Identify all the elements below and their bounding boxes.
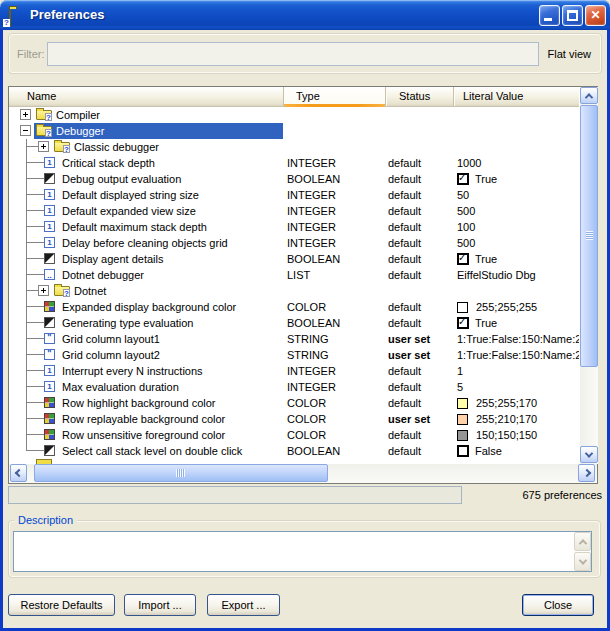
value-checkbox[interactable]: ✓ bbox=[457, 253, 469, 265]
table-row[interactable]: Max evaluation durationINTEGERdefault5 bbox=[9, 379, 579, 395]
status-cell: default bbox=[385, 203, 453, 219]
status-cell bbox=[385, 107, 453, 123]
minimize-button[interactable] bbox=[539, 5, 560, 26]
import-button[interactable]: Import ... bbox=[124, 594, 196, 616]
window-folder-icon: ? bbox=[9, 9, 11, 27]
literal-value-cell: 255;255;255 bbox=[453, 299, 579, 315]
column-header-status[interactable]: Status bbox=[385, 87, 453, 106]
type-cell bbox=[283, 283, 385, 299]
column-header-literal-value[interactable]: Literal Value bbox=[453, 87, 579, 106]
table-row[interactable]: Delay before cleaning objects gridINTEGE… bbox=[9, 235, 579, 251]
filter-input[interactable] bbox=[47, 42, 539, 66]
table-row[interactable]: Row highlight background colorCOLORdefau… bbox=[9, 395, 579, 411]
table-row[interactable]: ?Debugger bbox=[9, 123, 579, 139]
table-row[interactable]: Grid column layout1STRINGuser set1:True:… bbox=[9, 331, 579, 347]
tree-line bbox=[26, 210, 44, 211]
status-cell: default bbox=[385, 171, 453, 187]
horizontal-scrollbar-thumb[interactable] bbox=[34, 464, 328, 482]
table-row[interactable]: Default displayed string sizeINTEGERdefa… bbox=[9, 187, 579, 203]
row-name-label: Row highlight background color bbox=[62, 395, 215, 411]
table-row[interactable]: Row unsensitive foreground colorCOLORdef… bbox=[9, 427, 579, 443]
literal-value-cell: 255;210;170 bbox=[453, 411, 579, 427]
literal-value-cell bbox=[453, 283, 579, 299]
integer-type-icon bbox=[44, 237, 55, 248]
column-header-type[interactable]: Type bbox=[283, 87, 385, 106]
close-icon: ✕ bbox=[586, 6, 605, 25]
row-name-label: Debugger bbox=[56, 123, 104, 139]
vertical-scrollbar-thumb[interactable] bbox=[580, 105, 598, 367]
column-header-name[interactable]: Name bbox=[9, 87, 283, 106]
table-row[interactable]: Expanded display background colorCOLORde… bbox=[9, 299, 579, 315]
type-cell: STRING bbox=[283, 347, 385, 363]
status-cell: default bbox=[385, 427, 453, 443]
status-cell: user set bbox=[385, 347, 453, 363]
scroll-left-button[interactable] bbox=[10, 464, 27, 482]
export-button[interactable]: Export ... bbox=[207, 594, 280, 616]
table-row[interactable]: Row replayable background colorCOLORuser… bbox=[9, 411, 579, 427]
description-textarea[interactable] bbox=[13, 531, 592, 572]
literal-value-cell: 1:True:False:150:Name:2: bbox=[453, 331, 579, 347]
value-label: 500 bbox=[457, 237, 475, 249]
tree-expander[interactable] bbox=[20, 125, 31, 136]
close-button[interactable]: ✕ bbox=[585, 5, 606, 26]
literal-value-cell bbox=[453, 107, 579, 123]
table-row[interactable]: Dotnet debuggerLISTdefaultEiffelStudio D… bbox=[9, 267, 579, 283]
scroll-up-button[interactable] bbox=[580, 87, 598, 104]
horizontal-scrollbar[interactable] bbox=[9, 464, 597, 483]
restore-defaults-button[interactable]: Restore Defaults bbox=[8, 594, 115, 616]
table-row[interactable]: Default expanded view sizeINTEGERdefault… bbox=[9, 203, 579, 219]
table-row[interactable]: Select call stack level on double clickB… bbox=[9, 443, 579, 459]
description-scroll-down-button[interactable] bbox=[574, 552, 591, 571]
table-row[interactable]: Display agent detailsBOOLEANdefault✓True bbox=[9, 251, 579, 267]
maximize-button[interactable] bbox=[562, 5, 583, 26]
table-row[interactable]: Grid column layout2STRINGuser set1:True:… bbox=[9, 347, 579, 363]
table-row[interactable]: ?Compiler bbox=[9, 107, 579, 123]
value-checkbox[interactable]: ✓ bbox=[457, 173, 469, 185]
scroll-right-button[interactable] bbox=[578, 464, 595, 482]
tree-expander[interactable] bbox=[38, 285, 49, 296]
table-row[interactable]: Critical stack depthINTEGERdefault1000 bbox=[9, 155, 579, 171]
tree-line bbox=[26, 146, 38, 147]
table-row[interactable]: Generating type evaluationBOOLEANdefault… bbox=[9, 315, 579, 331]
row-name-label: Grid column layout2 bbox=[62, 347, 160, 363]
table-row[interactable]: Default maximum stack depthINTEGERdefaul… bbox=[9, 219, 579, 235]
description-scroll-up-button[interactable] bbox=[574, 532, 591, 551]
close-dialog-button[interactable]: Close bbox=[522, 594, 594, 616]
tree-line bbox=[26, 242, 44, 243]
chevron-down-icon bbox=[585, 449, 593, 457]
value-label: 1:True:False:150:Name:2: bbox=[457, 349, 579, 361]
vertical-scrollbar[interactable] bbox=[580, 87, 598, 464]
type-cell: LIST bbox=[283, 267, 385, 283]
row-name-label: Interrupt every N instructions bbox=[62, 363, 203, 379]
row-name-label: Debug output evaluation bbox=[62, 171, 181, 187]
value-checkbox[interactable] bbox=[457, 445, 469, 457]
table-row[interactable]: Debug output evaluationBOOLEANdefault✓Tr… bbox=[9, 171, 579, 187]
literal-value-cell: 1 bbox=[453, 363, 579, 379]
status-cell: default bbox=[385, 443, 453, 459]
type-cell: STRING bbox=[283, 331, 385, 347]
row-name-label: Compiler bbox=[56, 107, 100, 123]
tree-expander[interactable] bbox=[38, 141, 49, 152]
tree-line bbox=[26, 162, 44, 163]
status-cell: default bbox=[385, 395, 453, 411]
row-name-label: Row replayable background color bbox=[62, 411, 225, 427]
value-label: 255;210;170 bbox=[476, 413, 537, 425]
status-cell: default bbox=[385, 267, 453, 283]
literal-value-cell: 150;150;150 bbox=[453, 427, 579, 443]
type-cell bbox=[283, 107, 385, 123]
type-cell: INTEGER bbox=[283, 203, 385, 219]
status-cell bbox=[385, 283, 453, 299]
boolean-type-icon bbox=[44, 173, 55, 184]
value-label: 5 bbox=[457, 381, 463, 393]
table-row[interactable]: ?Classic debugger bbox=[9, 139, 579, 155]
table-row[interactable]: ?Dotnet bbox=[9, 283, 579, 299]
tree-expander[interactable] bbox=[20, 109, 31, 120]
table-row[interactable]: Interrupt every N instructionsINTEGERdef… bbox=[9, 363, 579, 379]
tree-line bbox=[26, 386, 44, 387]
value-checkbox[interactable]: ✓ bbox=[457, 317, 469, 329]
status-cell: default bbox=[385, 187, 453, 203]
scroll-down-button[interactable] bbox=[580, 446, 598, 463]
flat-view-toggle[interactable]: Flat view bbox=[548, 34, 591, 74]
literal-value-cell: 500 bbox=[453, 203, 579, 219]
title-bar[interactable]: ? Preferences ✕ bbox=[0, 0, 610, 30]
